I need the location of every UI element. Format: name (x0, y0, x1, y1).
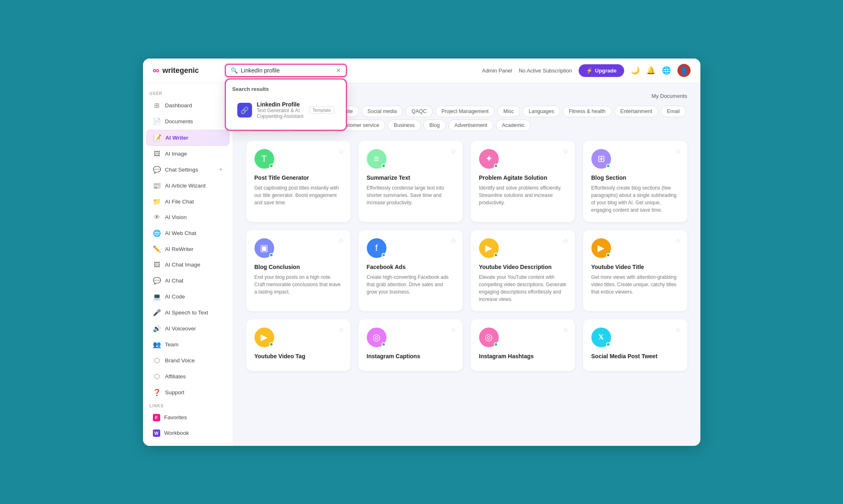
instagram-hashtags-icon: ◎ (485, 332, 493, 343)
sidebar-item-ai-image[interactable]: 🖼 AI Image (146, 147, 229, 161)
card-social-media-tweet[interactable]: ☆ 𝕏 Social Media Post Tweet (583, 319, 687, 371)
dot-problem (494, 164, 498, 168)
card-youtube-desc[interactable]: ☆ ▶ Youtube Video Description Elevate yo… (471, 230, 575, 311)
dashboard-icon: ⊞ (153, 102, 161, 109)
star-youtube-tag[interactable]: ☆ (338, 326, 344, 334)
search-input[interactable] (241, 67, 333, 74)
star-instagram-captions[interactable]: ☆ (450, 326, 456, 334)
filter-tab-qaqc[interactable]: QAQC (405, 106, 433, 117)
filter-tab-entertainment[interactable]: Entertainment (614, 106, 659, 117)
sidebar-label-ai-chat: AI Chat (165, 278, 184, 284)
filter-tab-social-media[interactable]: Social media (361, 106, 403, 117)
sidebar-item-ai-voiceover[interactable]: 🔊 AI Voiceover (146, 321, 229, 336)
star-problem[interactable]: ☆ (563, 147, 568, 155)
filter-tab-misc[interactable]: Misc (497, 106, 520, 117)
logo-icon: ∞ (153, 65, 159, 76)
brand-voice-icon: ⬡ (153, 357, 161, 364)
ai-writer-icon: 📝 (153, 134, 161, 142)
filter-tab-email[interactable]: Email (661, 106, 686, 117)
card-youtube-tag[interactable]: ☆ ▶ Youtube Video Tag (246, 319, 350, 371)
admin-panel-link[interactable]: Admin Panel (482, 68, 512, 74)
star-social-media-tweet[interactable]: ☆ (675, 326, 681, 334)
blog-conclusion-icon: ▣ (260, 243, 268, 253)
notifications-button[interactable]: 🔔 (646, 66, 655, 75)
dark-mode-button[interactable]: 🌙 (631, 66, 640, 75)
filter-tab-academic[interactable]: Academic (496, 120, 531, 131)
filter-tab-project-management[interactable]: Project Management (435, 106, 495, 117)
card-instagram-captions[interactable]: ☆ ◎ Instagram Captions (359, 319, 463, 371)
dot-youtube-tag (269, 342, 273, 346)
ai-code-icon: 💻 (153, 293, 161, 301)
sidebar-item-team[interactable]: 👥 Team (146, 337, 229, 352)
sidebar-item-chat-settings[interactable]: 💬 Chat Settings + (146, 162, 229, 177)
card-grid: ☆ T Post Title Generator Get captivating… (246, 141, 687, 371)
sidebar-item-documents[interactable]: 📄 Documents (146, 114, 229, 129)
filter-tab-blog[interactable]: Blog (423, 120, 446, 131)
sidebar-item-ai-rewriter[interactable]: ✏️ AI ReWriter (146, 242, 229, 257)
star-blog-conclusion[interactable]: ☆ (338, 237, 344, 244)
filter-tab-languages[interactable]: Languages (523, 106, 560, 117)
sidebar-label-ai-voiceover: AI Voiceover (165, 325, 196, 332)
card-youtube-title[interactable]: ☆ ▶ Youtube Video Title Get more views w… (583, 230, 687, 311)
search-icon: 🔍 (231, 67, 238, 74)
clear-icon[interactable]: ✕ (336, 68, 341, 73)
card-facebook-ads[interactable]: ☆ f Facebook Ads Create high-converting … (359, 230, 463, 311)
sidebar-item-ai-vision[interactable]: 👁 AI Vision (146, 210, 229, 225)
sidebar-label-ai-chat-image: AI Chat Image (165, 262, 200, 268)
card-instagram-hashtags[interactable]: ☆ ◎ Instagram Hashtags (471, 319, 575, 371)
sidebar-item-dashboard[interactable]: ⊞ Dashboard (146, 98, 229, 113)
dot-summarize (382, 164, 386, 168)
sidebar-label-support: Support (165, 389, 184, 396)
card-problem-agitate[interactable]: ☆ ✦ Problem Agitate Solution Identify an… (471, 141, 575, 222)
sidebar-item-affiliates[interactable]: ⬡ Affiliates (146, 369, 229, 384)
sidebar-item-ai-code[interactable]: 💻 AI Code (146, 289, 229, 304)
card-blog-section[interactable]: ☆ ⊞ Blog Section Effortlessly create blo… (583, 141, 687, 222)
language-button[interactable]: 🌐 (662, 66, 671, 75)
sidebar-item-ai-writer[interactable]: 📝 AI Writer (146, 130, 229, 146)
my-documents-button[interactable]: My Documents (652, 93, 687, 99)
search-dropdown: Search results 🔗 Linkedin Profile Text G… (225, 79, 347, 131)
card-icon-blog-conclusion: ▣ (254, 238, 274, 258)
youtube-desc-icon: ▶ (485, 243, 492, 253)
search-results-label: Search results (232, 86, 340, 92)
filter-tab-business[interactable]: Business (388, 120, 421, 131)
sidebar-item-support[interactable]: ❓ Support (146, 385, 229, 400)
upgrade-button[interactable]: ⚡ Upgrade (579, 64, 624, 77)
facebook-ads-icon: f (375, 243, 377, 253)
sidebar-item-favorites[interactable]: F Favorites (146, 410, 229, 425)
sidebar-item-ai-web-chat[interactable]: 🌐 AI Web Chat (146, 226, 229, 241)
search-result-item[interactable]: 🔗 Linkedin Profile Text Generator & AI C… (232, 97, 340, 123)
sidebar-item-brand-voice[interactable]: ⬡ Brand Voice (146, 353, 229, 368)
star-youtube-title[interactable]: ☆ (675, 237, 681, 244)
sidebar-item-ai-article-wizard[interactable]: 📰 AI Article Wizard (146, 178, 229, 193)
card-blog-conclusion[interactable]: ☆ ▣ Blog Conclusion End your blog posts … (246, 230, 350, 311)
affiliates-icon: ⬡ (153, 373, 161, 380)
filter-tab-fitness[interactable]: Fitness & health (563, 106, 612, 117)
sidebar-item-ai-speech[interactable]: 🎤 AI Speech to Text (146, 305, 229, 320)
sidebar-item-workbook[interactable]: W Workbook (146, 426, 229, 441)
card-desc-blog-conclusion: End your blog posts on a high note. Craf… (254, 273, 342, 296)
sidebar-item-ai-chat-image[interactable]: 🖼 AI Chat Image (146, 258, 229, 272)
star-blog-section[interactable]: ☆ (675, 147, 681, 155)
card-summarize-text[interactable]: ☆ ≡ Summarize Text Effortlessly condense… (359, 141, 463, 222)
avatar[interactable]: 👤 (677, 64, 691, 77)
star-summarize[interactable]: ☆ (450, 147, 456, 155)
sidebar-label-ai-file-chat: AI File Chat (165, 199, 194, 205)
sidebar-label-ai-rewriter: AI ReWriter (165, 246, 194, 252)
support-icon: ❓ (153, 389, 161, 396)
star-instagram-hashtags[interactable]: ☆ (563, 326, 568, 334)
card-desc-facebook-ads: Create high-converting Facebook ads that… (367, 273, 454, 296)
filter-tab-advertisement[interactable]: Advertisement (448, 120, 493, 131)
star-post-title[interactable]: ☆ (338, 147, 344, 155)
star-youtube-desc[interactable]: ☆ (563, 237, 568, 244)
card-icon-social-media-tweet: 𝕏 (591, 328, 611, 347)
sidebar-item-ai-file-chat[interactable]: 📁 AI File Chat (146, 194, 229, 209)
header-actions: Admin Panel No Active Subscription ⚡ Upg… (482, 64, 691, 77)
logo-text: writegenic (162, 66, 199, 75)
card-post-title[interactable]: ☆ T Post Title Generator Get captivating… (246, 141, 350, 222)
sidebar-item-ai-chat[interactable]: 💬 AI Chat (146, 273, 229, 288)
ai-chat-image-icon: 🖼 (153, 261, 161, 269)
star-facebook-ads[interactable]: ☆ (450, 237, 456, 244)
search-wrapper: 🔍 ✕ Search results 🔗 Linkedin Profile Te… (225, 64, 347, 77)
add-chat-icon[interactable]: + (219, 166, 223, 173)
